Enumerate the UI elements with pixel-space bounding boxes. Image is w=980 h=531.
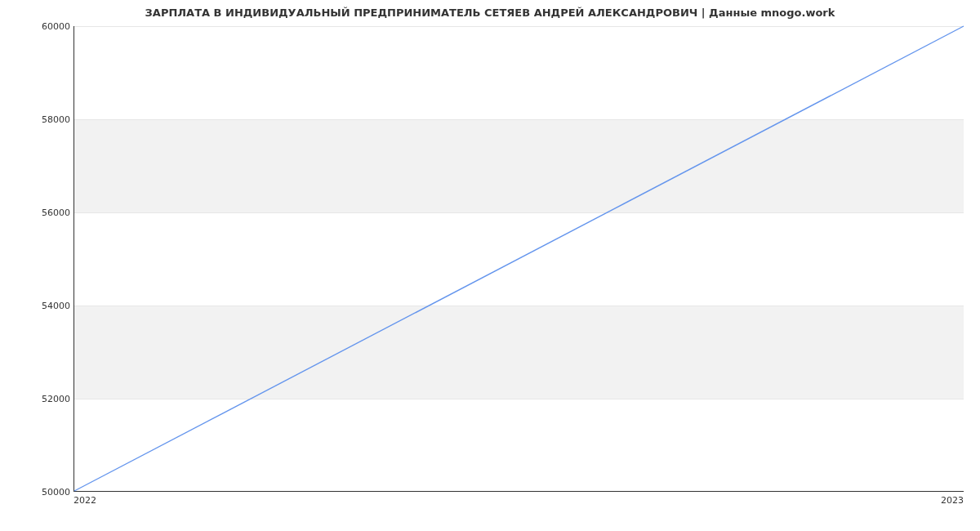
y-tick-label: 60000 [5, 21, 70, 32]
chart-container: ЗАРПЛАТА В ИНДИВИДУАЛЬНЫЙ ПРЕДПРИНИМАТЕЛ… [0, 0, 980, 531]
line-series [74, 26, 964, 491]
svg-line-0 [74, 26, 964, 491]
x-tick-label: 2022 [74, 495, 96, 506]
y-tick-label: 52000 [5, 394, 70, 404]
plot-area [74, 26, 964, 492]
y-tick-label: 54000 [5, 301, 70, 311]
chart-title: ЗАРПЛАТА В ИНДИВИДУАЛЬНЫЙ ПРЕДПРИНИМАТЕЛ… [0, 7, 980, 19]
y-tick-label: 56000 [5, 207, 70, 218]
y-tick-label: 50000 [5, 487, 70, 498]
y-tick-label: 58000 [5, 114, 70, 125]
x-tick-label: 2023 [941, 495, 964, 506]
